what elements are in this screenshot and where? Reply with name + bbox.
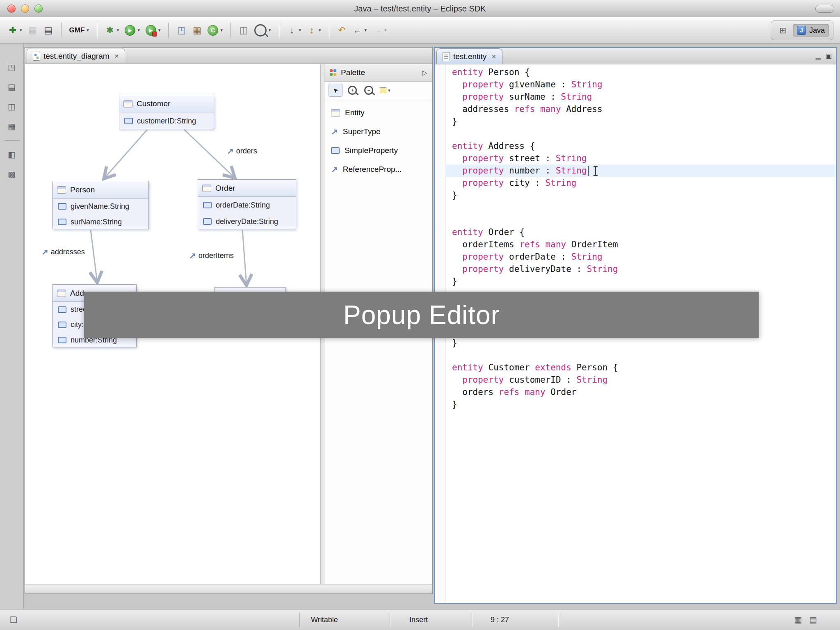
code-line[interactable]: } — [445, 337, 836, 349]
code-line[interactable]: property street : String — [445, 152, 836, 164]
relationship-edge[interactable] — [91, 230, 97, 283]
tab-test-entity[interactable]: test.entity ✕ — [436, 48, 502, 64]
view-shortcut-button-4[interactable]: ▦ — [6, 121, 18, 132]
code-line[interactable]: entity Person { — [445, 66, 836, 78]
dropdown-caret[interactable]: ▾ — [158, 27, 161, 33]
close-icon[interactable]: ✕ — [491, 53, 496, 60]
new-wizard-button[interactable]: ✚▾ — [6, 24, 24, 37]
code-line[interactable]: property surName : String — [445, 91, 836, 103]
palette-item-simpleproperty[interactable]: SimpleProperty — [324, 141, 432, 160]
code-line[interactable] — [445, 214, 836, 226]
dropdown-caret[interactable]: ▾ — [384, 27, 387, 33]
palette-collapse-icon[interactable]: ▷ — [422, 68, 427, 77]
relationship-edge[interactable] — [242, 230, 247, 285]
relationship-edge[interactable] — [104, 130, 147, 179]
code-line[interactable]: } — [445, 398, 836, 411]
annotation-nav-button[interactable]: ↕▾ — [305, 24, 323, 37]
diagram-horizontal-scrollbar[interactable] — [25, 584, 432, 593]
edge-label-orders[interactable]: ↗orders — [227, 146, 257, 156]
forward-button[interactable]: →▾ — [370, 24, 389, 37]
code-line[interactable] — [445, 349, 836, 361]
tab-test-entity-diagram[interactable]: test.entity_diagram ✕ — [27, 48, 125, 64]
entity-property-row[interactable]: orderDate:String — [198, 197, 296, 213]
edge-label-addresses[interactable]: ↗addresses — [41, 247, 85, 257]
status-panel-icon-1[interactable]: ▦ — [794, 615, 802, 625]
new-class-button[interactable]: C▾ — [205, 23, 225, 37]
code-line[interactable]: property deliveryDate : String — [445, 263, 836, 275]
code-line[interactable]: property customerID : String — [445, 374, 836, 386]
code-line[interactable]: } — [445, 189, 836, 201]
palette-header[interactable]: Palette ▷ — [324, 64, 432, 82]
entity-property-row[interactable]: customerID:String — [119, 112, 214, 130]
entity-node-order[interactable]: OrderorderDate:StringdeliveryDate:String — [198, 179, 296, 229]
code-line[interactable]: orderItems refs many OrderItem — [445, 238, 836, 251]
status-panel-icon-2[interactable]: ▤ — [809, 615, 817, 625]
zoom-window-button[interactable] — [34, 5, 43, 13]
code-line[interactable] — [445, 201, 836, 214]
palette-item-referenceproperty[interactable]: ↗ReferenceProp... — [324, 160, 432, 179]
close-window-button[interactable] — [7, 5, 16, 13]
dropdown-caret[interactable]: ▾ — [269, 27, 271, 33]
palette-item-entity[interactable]: Entity — [324, 103, 432, 122]
note-tool-button[interactable]: ▾ — [379, 84, 392, 96]
dropdown-caret[interactable]: ▾ — [365, 27, 367, 33]
dropdown-caret[interactable]: ▾ — [87, 27, 89, 33]
code-line[interactable]: property city : String — [445, 177, 836, 189]
code-line[interactable]: entity Address { — [445, 140, 836, 152]
dropdown-caret[interactable]: ▾ — [299, 27, 301, 33]
minimize-window-button[interactable] — [21, 5, 29, 13]
code-line[interactable]: property givenName : String — [445, 78, 836, 91]
search-button[interactable]: ▾ — [252, 23, 273, 38]
edge-label-orderItems[interactable]: ↗orderItems — [189, 251, 234, 260]
new-package-button[interactable]: ▦ — [190, 24, 204, 37]
view-shortcut-button-3[interactable]: ◫ — [6, 101, 18, 112]
zoom-in-tool-button[interactable]: + — [346, 84, 359, 96]
entity-node-person[interactable]: PersongivenName:StringsurName:String — [52, 181, 149, 229]
code-line[interactable]: orders refs many Order — [445, 386, 836, 398]
code-area[interactable]: entity Person { property givenName : Str… — [445, 66, 836, 411]
palette-item-supertype[interactable]: ↗SuperType — [324, 122, 432, 141]
view-shortcut-button-5[interactable]: ◧ — [6, 149, 18, 160]
pin-editor-icon[interactable]: ❏ — [10, 615, 17, 625]
open-perspective-button[interactable]: ⊞ — [775, 23, 790, 37]
entity-node-customer[interactable]: CustomercustomerID:String — [119, 95, 214, 129]
dropdown-caret[interactable]: ▾ — [388, 88, 390, 93]
code-line[interactable] — [445, 128, 836, 140]
entity-node-header[interactable]: Order — [198, 180, 296, 197]
entity-property-row[interactable]: deliveryDate:String — [198, 213, 296, 230]
print-button[interactable]: ▤ — [41, 24, 55, 37]
dropdown-caret[interactable]: ▾ — [319, 27, 321, 33]
entity-property-row[interactable]: surName:String — [53, 214, 148, 230]
dropdown-caret[interactable]: ▾ — [220, 27, 223, 33]
code-line[interactable]: entity Customer extends Person { — [445, 361, 836, 374]
entity-node-header[interactable]: Customer — [119, 95, 214, 112]
minimize-editor-icon[interactable]: ▁ — [816, 52, 821, 59]
view-shortcut-button-1[interactable]: ◳ — [6, 62, 18, 73]
undo-nav-button[interactable]: ↶ — [335, 24, 349, 37]
dropdown-caret[interactable]: ▾ — [117, 27, 119, 33]
code-line[interactable]: property orderDate : String — [445, 251, 836, 263]
dropdown-caret[interactable]: ▾ — [137, 27, 140, 33]
code-line[interactable]: addresses refs many Address — [445, 103, 836, 115]
code-line[interactable]: property number : String — [445, 164, 836, 177]
dropdown-caret[interactable]: ▾ — [20, 27, 22, 33]
debug-button[interactable]: ✱▾ — [103, 24, 121, 37]
open-resource-button[interactable]: ◫ — [237, 24, 251, 37]
entity-node-header[interactable]: Person — [53, 181, 148, 199]
select-tool-button[interactable]: ➤ — [329, 84, 342, 97]
maximize-editor-icon[interactable]: ▣ — [826, 52, 832, 59]
zoom-out-tool-button[interactable]: − — [362, 84, 375, 96]
run-button[interactable]: ▶▾ — [123, 23, 142, 37]
save-button[interactable]: ▦ — [26, 24, 40, 37]
view-shortcut-button-6[interactable]: ▩ — [6, 169, 18, 180]
last-edit-location-button[interactable]: ↓▾ — [285, 24, 304, 37]
gmf-menu-button[interactable]: GMF▾ — [67, 25, 91, 36]
toolbar-toggle-capsule[interactable] — [815, 5, 834, 13]
java-perspective-button[interactable]: J Java — [793, 24, 829, 37]
code-line[interactable]: } — [445, 115, 836, 128]
run-history-button[interactable]: ▶▾ — [144, 23, 163, 37]
new-diagram-button[interactable]: ◳ — [174, 24, 188, 37]
code-line[interactable]: entity Order { — [445, 226, 836, 238]
entity-property-row[interactable]: givenName:String — [53, 199, 148, 214]
back-button[interactable]: ←▾ — [351, 24, 369, 37]
